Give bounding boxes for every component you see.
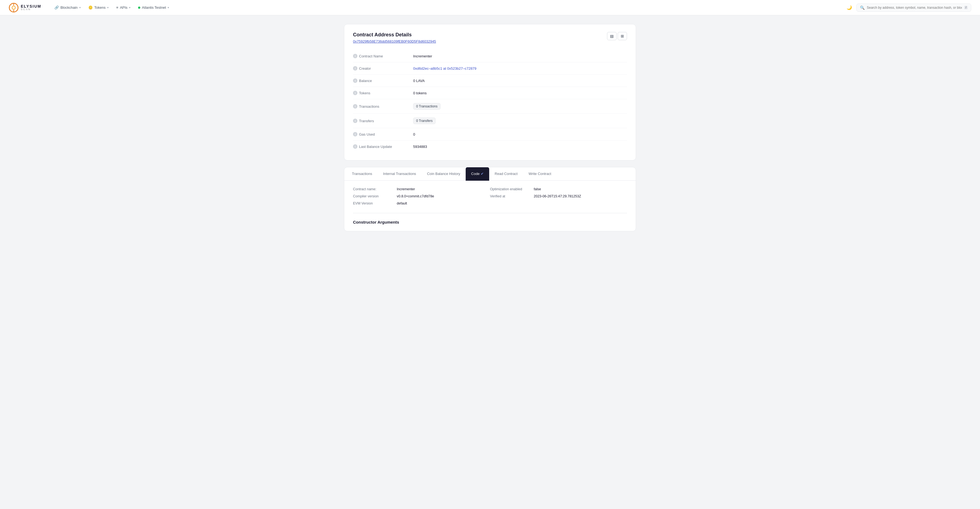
info-value-balance: 0 LAVA <box>413 79 425 83</box>
tab-write-contract[interactable]: Write Contract <box>523 167 557 181</box>
code-evm-label: EVM Version <box>353 202 397 205</box>
apis-icon: ≡ <box>116 5 118 10</box>
code-contract-name-value: Incrementer <box>397 187 415 191</box>
chevron-down-icon: ▾ <box>107 6 108 9</box>
grid-view-button[interactable]: ⊞ <box>618 32 627 40</box>
tab-internal-transactions[interactable]: Internal Transactions <box>378 167 422 181</box>
code-info-row-evm: EVM Version default <box>353 202 490 205</box>
info-icon: i <box>353 66 357 70</box>
code-info-row-compiler: Compiler version v0.8.0+commit.c7dfd78e <box>353 194 490 198</box>
chevron-down-icon: ▾ <box>129 6 130 9</box>
info-row-gas-used: i Gas Used 0 <box>353 128 627 140</box>
info-icon: i <box>353 54 357 58</box>
info-label-gas-used: i Gas Used <box>353 132 413 137</box>
tab-coin-balance-history[interactable]: Coin Balance History <box>422 167 466 181</box>
tab-code-label: Code ✔ <box>471 172 484 176</box>
logo[interactable]: ELYSIUM SCAN <box>9 3 41 13</box>
info-value-transactions: 0 Transactions <box>413 103 441 110</box>
info-label-balance: i Balance <box>353 78 413 83</box>
info-label-tokens: i Tokens <box>353 91 413 95</box>
nav-right: 🌙 🔍 / <box>845 3 971 12</box>
contract-address[interactable]: 0x75929fb58E736dd568109fEB0F60D5F8d60329… <box>353 39 436 43</box>
info-label-transactions: i Transactions <box>353 104 413 108</box>
tab-transactions[interactable]: Transactions <box>347 167 378 181</box>
network-status-dot <box>138 6 140 9</box>
info-label-last-balance: i Last Balance Update <box>353 144 413 149</box>
info-icon: i <box>353 119 357 123</box>
card-title-area: Contract Address Details 0x75929fb58E736… <box>353 32 436 50</box>
code-evm-value: default <box>397 202 407 205</box>
info-icon: i <box>353 144 357 149</box>
info-row-contract-name: i Contract Name Incrementer <box>353 50 627 62</box>
transactions-badge: 0 Transactions <box>413 103 441 110</box>
code-verified-label: Verified at <box>490 194 534 198</box>
code-info-row-optimization: Optimization enabled false <box>490 187 627 191</box>
chevron-down-icon: ▾ <box>79 6 81 9</box>
search-input[interactable] <box>867 6 962 10</box>
code-info-row-verified: Verified at 2023-06-26T15:47:29.781253Z <box>490 194 627 198</box>
code-info-col-left: Contract name: Incrementer Compiler vers… <box>353 187 490 205</box>
info-value-tokens: 0 tokens <box>413 91 426 95</box>
code-optimization-label: Optimization enabled <box>490 187 534 191</box>
code-compiler-label: Compiler version <box>353 194 397 198</box>
nav-tokens[interactable]: 🪙 Tokens ▾ <box>85 4 112 11</box>
code-info-row-name: Contract name: Incrementer <box>353 187 490 191</box>
main-content: Contract Address Details 0x75929fb58E736… <box>340 24 640 231</box>
info-label-transfers: i Transfers <box>353 119 413 123</box>
contract-info-grid: i Contract Name Incrementer i Creator 0x… <box>353 50 627 153</box>
info-value-creator: 0xd6d2ec–a8b5c1 at 0x523b27–c72879 <box>413 67 476 70</box>
nav-blockchain[interactable]: 🔗 Blockchain ▾ <box>51 4 84 11</box>
info-row-transfers: i Transfers 0 Transfers <box>353 114 627 128</box>
constructor-args-title: Constructor Arguments <box>353 213 627 224</box>
dark-mode-toggle[interactable]: 🌙 <box>845 4 853 11</box>
nav-items: 🔗 Blockchain ▾ 🪙 Tokens ▾ ≡ APIs ▾ Atlan… <box>51 4 839 11</box>
svg-point-1 <box>12 6 15 9</box>
code-section: Contract name: Incrementer Compiler vers… <box>344 181 636 231</box>
code-optimization-value: false <box>534 187 541 191</box>
tokens-icon: 🪙 <box>88 5 93 10</box>
code-compiler-value: v0.8.0+commit.c7dfd78e <box>397 194 434 198</box>
search-icon: 🔍 <box>860 5 865 10</box>
nav-apis[interactable]: ≡ APIs ▾ <box>113 4 134 11</box>
card-header: Contract Address Details 0x75929fb58E736… <box>353 32 627 50</box>
info-icon: i <box>353 78 357 83</box>
info-row-last-balance: i Last Balance Update 5934883 <box>353 140 627 153</box>
tabs-card: Transactions Internal Transactions Coin … <box>344 167 636 231</box>
info-label-contract-name: i Contract Name <box>353 54 413 58</box>
blockchain-icon: 🔗 <box>54 5 59 10</box>
search-bar[interactable]: 🔍 / <box>856 3 971 12</box>
chevron-down-icon: ▾ <box>168 6 169 9</box>
list-view-button[interactable]: ▤ <box>607 32 617 40</box>
code-verified-value: 2023-06-26T15:47:29.781253Z <box>534 194 581 198</box>
info-icon: i <box>353 91 357 95</box>
info-row-transactions: i Transactions 0 Transactions <box>353 99 627 114</box>
logo-icon <box>9 3 19 13</box>
info-value-contract-name: Incrementer <box>413 54 432 58</box>
info-icon: i <box>353 132 357 137</box>
card-title: Contract Address Details <box>353 32 436 38</box>
info-value-transfers: 0 Transfers <box>413 118 436 124</box>
transfers-badge: 0 Transfers <box>413 118 436 124</box>
logo-text: ELYSIUM SCAN <box>21 4 41 11</box>
tab-read-contract[interactable]: Read Contract <box>489 167 523 181</box>
code-contract-name-label: Contract name: <box>353 187 397 191</box>
info-row-tokens: i Tokens 0 tokens <box>353 87 627 99</box>
search-kbd: / <box>964 6 968 9</box>
nav-network[interactable]: Atlantis Testnet ▾ <box>135 4 172 11</box>
tab-code[interactable]: Code ✔ <box>466 167 489 181</box>
info-value-last-balance: 5934883 <box>413 145 427 149</box>
tabs-nav: Transactions Internal Transactions Coin … <box>344 167 636 181</box>
contract-details-card: Contract Address Details 0x75929fb58E736… <box>344 24 636 161</box>
navbar: ELYSIUM SCAN 🔗 Blockchain ▾ 🪙 Tokens ▾ ≡… <box>0 0 980 15</box>
creator-link[interactable]: 0xd6d2ec–a8b5c1 at 0x523b27–c72879 <box>413 67 476 70</box>
code-info-col-right: Optimization enabled false Verified at 2… <box>490 187 627 205</box>
view-buttons: ▤ ⊞ <box>607 32 627 40</box>
info-label-creator: i Creator <box>353 66 413 70</box>
verified-icon: ✔ <box>481 172 484 176</box>
info-row-creator: i Creator 0xd6d2ec–a8b5c1 at 0x523b27–c7… <box>353 62 627 75</box>
code-info-grid: Contract name: Incrementer Compiler vers… <box>353 187 627 205</box>
info-row-balance: i Balance 0 LAVA <box>353 75 627 87</box>
info-value-gas-used: 0 <box>413 132 415 137</box>
info-icon: i <box>353 104 357 108</box>
